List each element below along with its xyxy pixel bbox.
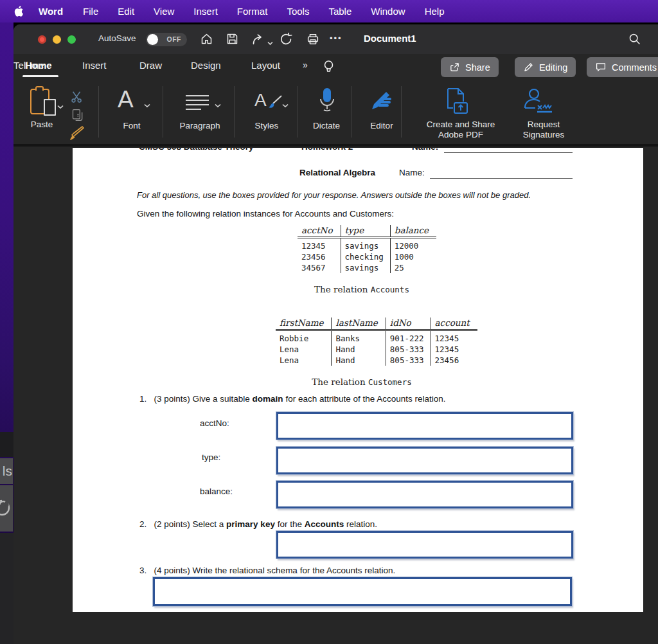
editor-icon[interactable] <box>368 87 394 116</box>
paragraph-chevron-icon[interactable] <box>215 99 221 111</box>
cell: Banks <box>332 330 386 344</box>
undo-icon[interactable] <box>250 32 264 49</box>
q1-type-answer-box[interactable] <box>276 447 573 474</box>
paste-button[interactable] <box>30 89 49 114</box>
styles-chevron-icon[interactable] <box>282 99 289 111</box>
group-divider <box>98 86 99 138</box>
q1-acctno-answer-box[interactable] <box>276 412 573 440</box>
cell: savings <box>341 238 390 252</box>
accounts-col-type: type <box>341 225 390 238</box>
autosave-toggle[interactable]: OFF <box>146 33 187 46</box>
q3-answer-box[interactable] <box>153 577 572 606</box>
document-area[interactable]: CMSC 508 Database Theory Homework 2 Name… <box>13 147 658 644</box>
q2-number: 2. <box>139 519 147 529</box>
search-icon[interactable] <box>628 32 641 48</box>
menu-format[interactable]: Format <box>227 6 278 17</box>
close-window-button[interactable] <box>38 35 46 44</box>
menu-table[interactable]: Table <box>319 6 361 17</box>
cell: Hand <box>332 355 386 366</box>
tab-layout[interactable]: Layout <box>251 60 280 71</box>
signatures-label-line2: Signatures <box>508 130 579 139</box>
lightbulb-icon[interactable] <box>323 60 334 76</box>
background-window-icon-panel[interactable] <box>0 485 13 532</box>
font-icon[interactable]: A <box>118 86 134 113</box>
q2-answer-box[interactable] <box>276 531 573 559</box>
toggle-knob <box>147 34 158 45</box>
redo-icon[interactable] <box>280 32 294 49</box>
share-button[interactable]: Share <box>441 57 499 77</box>
apple-icon[interactable] <box>13 5 23 17</box>
format-painter-icon[interactable] <box>69 125 85 144</box>
paste-label: Paste <box>25 120 58 129</box>
font-chevron-icon[interactable] <box>144 99 150 111</box>
background-window-body <box>0 533 13 644</box>
clipboard-icon <box>35 86 44 91</box>
q3-text: (4 points) Write the relational schema f… <box>154 566 396 575</box>
cell: 12345 <box>431 330 477 344</box>
document-title: Document1 <box>364 33 416 44</box>
tab-insert[interactable]: Insert <box>82 60 107 71</box>
menu-word[interactable]: Word <box>28 6 73 17</box>
group-divider <box>298 86 298 138</box>
menu-view[interactable]: View <box>144 6 184 17</box>
editing-button[interactable]: Editing <box>515 57 576 77</box>
q1-balance-answer-box[interactable] <box>276 481 573 508</box>
caption-prefix: The relation <box>314 284 371 294</box>
ls-text: ls <box>3 463 12 479</box>
cell: Lena <box>276 344 332 355</box>
print-icon[interactable] <box>306 32 320 49</box>
accounts-caption: The relation Accounts <box>291 284 432 294</box>
dictate-icon[interactable] <box>317 86 337 118</box>
q1-acctno-label: acctNo: <box>200 418 229 428</box>
swirl-icon <box>0 497 13 519</box>
save-icon[interactable] <box>226 32 239 48</box>
menu-window[interactable]: Window <box>361 6 414 17</box>
tell-me[interactable]: Tell me <box>13 60 44 71</box>
customers-col-firstname: firstName <box>276 318 332 330</box>
menu-edit[interactable]: Edit <box>108 6 144 17</box>
cell: 25 <box>390 262 436 273</box>
tab-draw[interactable]: Draw <box>139 60 162 71</box>
q2-text: for the <box>275 519 305 529</box>
group-divider <box>351 86 351 138</box>
doc-header-name-label: Name: <box>412 148 438 152</box>
paste-chevron-icon[interactable] <box>57 100 64 112</box>
create-share-adobe-pdf-icon[interactable] <box>443 86 471 120</box>
request-signatures-icon[interactable] <box>520 86 553 120</box>
cell: 23456 <box>431 355 477 366</box>
customers-col-account: account <box>431 318 477 330</box>
cell: Lena <box>276 355 332 366</box>
cell: 805-333 <box>386 355 431 366</box>
menu-tools[interactable]: Tools <box>277 6 319 17</box>
menu-insert[interactable]: Insert <box>184 6 227 17</box>
background-window-label[interactable]: ls <box>0 458 13 484</box>
q3-number: 3. <box>139 566 147 575</box>
cell: 12345 <box>431 344 477 355</box>
customers-col-lastname: lastName <box>332 318 386 330</box>
share-label: Share <box>465 62 490 73</box>
undo-chevron-icon[interactable] <box>267 37 273 48</box>
copy-icon[interactable] <box>71 108 84 125</box>
styles-brush-icon[interactable] <box>264 94 283 114</box>
more-commands-icon[interactable]: ••• <box>330 33 342 43</box>
doc-subheader-name-label: Name: <box>399 168 425 177</box>
font-label: Font <box>111 121 152 130</box>
minimize-window-button[interactable] <box>53 35 61 44</box>
question-2: 2. (2 points) Select a primary key for t… <box>139 519 377 529</box>
home-icon[interactable] <box>200 32 213 48</box>
macos-menu-bar: Word File Edit View Insert Format Tools … <box>0 0 658 22</box>
comments-button[interactable]: Comments <box>587 57 658 77</box>
menu-help[interactable]: Help <box>415 6 454 17</box>
question-1: 1. (3 points) Give a suitable domain for… <box>139 394 446 404</box>
menu-file[interactable]: File <box>73 6 108 17</box>
document-page[interactable]: CMSC 508 Database Theory Homework 2 Name… <box>73 148 643 612</box>
q1-number: 1. <box>139 394 147 404</box>
tab-design[interactable]: Design <box>191 60 221 71</box>
cell: 12000 <box>390 238 436 252</box>
adobe-pdf-label-line2: Adobe PDF <box>417 130 504 139</box>
paragraph-icon[interactable] <box>186 95 209 113</box>
zoom-window-button[interactable] <box>67 35 76 44</box>
cut-icon[interactable] <box>70 90 84 107</box>
tab-overflow-chevron[interactable]: » <box>303 60 308 70</box>
caption-prefix: The relation <box>312 377 368 387</box>
